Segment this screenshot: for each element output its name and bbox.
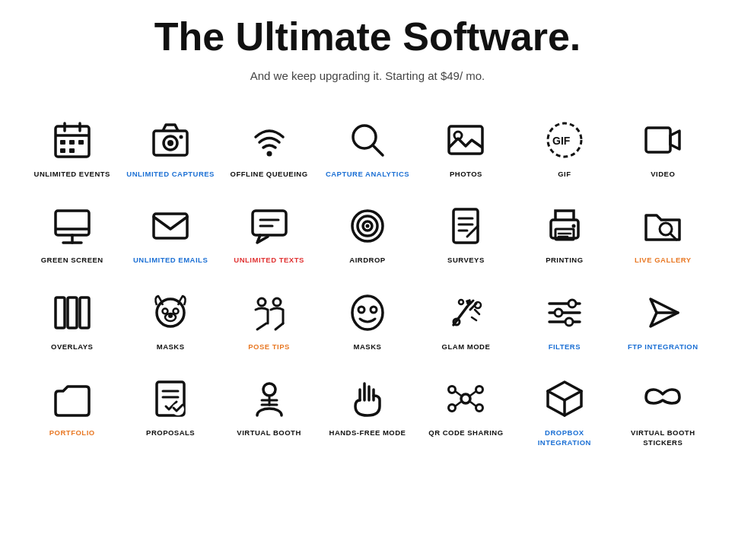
feature-offline-queueing: OFFLINE QUEUEING [220, 105, 318, 191]
feature-airdrop: AIRDROP [318, 191, 416, 277]
email-icon [149, 205, 192, 247]
header-section: The Ultimate Software. And we keep upgra… [23, 15, 712, 82]
feature-label: MASKS [157, 342, 185, 352]
feature-label: VIRTUAL BOOTH [237, 428, 301, 438]
hand-icon [346, 377, 389, 420]
svg-point-66 [568, 300, 576, 307]
feature-label: PHOTOS [450, 169, 482, 179]
feature-label: UNLIMITED EMAILS [133, 255, 208, 265]
search-icon [346, 119, 389, 161]
feature-label: UNLIMITED EVENTS [34, 169, 110, 179]
glam-icon [444, 291, 487, 334]
svg-point-49 [173, 308, 179, 313]
svg-point-62 [459, 300, 463, 304]
feature-label: PORTFOLIO [49, 428, 95, 438]
wifi-icon [248, 119, 291, 161]
calendar-icon [51, 119, 94, 161]
mustache-icon [641, 377, 684, 420]
feature-label: GREEN SCREEN [41, 255, 103, 265]
feature-label: GLAM MODE [442, 342, 491, 352]
video-icon [641, 119, 684, 161]
svg-point-81 [476, 387, 483, 393]
feature-label: GIF [558, 169, 571, 179]
feature-label: CAPTURE ANALYTICS [326, 169, 409, 179]
svg-point-41 [571, 224, 575, 228]
svg-point-56 [352, 296, 383, 329]
svg-line-86 [455, 402, 461, 406]
portfolio-icon [51, 377, 94, 420]
svg-point-12 [180, 135, 183, 139]
svg-point-52 [258, 298, 266, 306]
svg-point-82 [449, 405, 456, 412]
svg-point-61 [475, 302, 481, 308]
feature-masks-face: MASKS [318, 278, 416, 364]
feature-portfolio: PORTFOLIO [23, 364, 121, 460]
svg-rect-20 [646, 128, 670, 152]
feature-overlays: OVERLAYS [23, 278, 121, 364]
page-wrapper: The Ultimate Software. And we keep upgra… [0, 0, 735, 483]
svg-point-53 [273, 298, 281, 306]
feature-label: UNLIMITED TEXTS [234, 255, 304, 265]
feature-unlimited-captures: UNLIMITED CAPTURES [121, 105, 219, 191]
camera-icon [149, 119, 192, 161]
feature-masks-dog: MASKS [121, 278, 219, 364]
feature-label: PROPOSALS [146, 428, 195, 438]
feature-unlimited-emails: UNLIMITED EMAILS [121, 191, 219, 277]
features-grid: UNLIMITED EVENTS UNLIMITED CAPTURES [23, 105, 712, 460]
feature-label: POSE TIPS [248, 342, 290, 352]
svg-rect-26 [253, 211, 286, 235]
svg-rect-21 [56, 211, 89, 235]
feature-label: OFFLINE QUEUEING [231, 169, 308, 179]
feature-gif: GIF GIF [515, 105, 613, 191]
feature-printing: PRINTING [515, 191, 613, 277]
feature-label: AIRDROP [349, 255, 385, 265]
svg-line-84 [455, 391, 461, 396]
feature-label: QR CODE SHARING [428, 428, 503, 438]
svg-line-85 [470, 391, 476, 396]
svg-point-67 [555, 309, 562, 317]
svg-point-79 [461, 394, 470, 403]
feature-green-screen: GREEN SCREEN [23, 191, 121, 277]
feature-label: DROPBOX INTEGRATION [520, 428, 609, 448]
feature-glam-mode: GLAM MODE [417, 278, 515, 364]
svg-rect-45 [68, 298, 77, 328]
gif-icon: GIF [543, 119, 586, 161]
feature-pose-tips: POSE TIPS [220, 278, 318, 364]
feature-label: VIRTUAL BOOTH STICKERS [619, 428, 708, 448]
survey-icon [444, 205, 487, 247]
feature-capture-analytics: CAPTURE ANALYTICS [318, 105, 416, 191]
feature-live-gallery: LIVE GALLERY [614, 191, 712, 277]
feature-virtual-booth: VIRTUAL BOOTH [220, 364, 318, 460]
svg-line-55 [275, 323, 283, 329]
feature-label: VIDEO [651, 169, 675, 179]
svg-point-58 [371, 307, 377, 313]
feature-label: HANDS-FREE MODE [329, 428, 406, 438]
feature-label: SURVEYS [447, 255, 485, 265]
svg-rect-7 [60, 148, 65, 153]
feature-proposals: PROPOSALS [121, 364, 219, 460]
feature-unlimited-events: UNLIMITED EVENTS [23, 105, 121, 191]
svg-rect-5 [69, 140, 75, 145]
feature-surveys: SURVEYS [417, 191, 515, 277]
feature-hands-free-mode: HANDS-FREE MODE [318, 364, 416, 460]
print-icon [543, 205, 586, 247]
svg-rect-44 [56, 298, 65, 328]
svg-point-11 [167, 140, 173, 146]
monitor-icon [51, 205, 94, 247]
svg-line-87 [470, 402, 476, 406]
feature-unlimited-texts: UNLIMITED TEXTS [220, 191, 318, 277]
subtitle: And we keep upgrading it. Starting at $4… [23, 69, 712, 82]
svg-rect-6 [78, 140, 84, 145]
feature-filters: FILTERS [515, 278, 613, 364]
filters-icon [543, 291, 586, 334]
svg-point-32 [365, 224, 369, 228]
feature-video: VIDEO [614, 105, 712, 191]
feature-photos: PHOTOS [417, 105, 515, 191]
feature-label: FTP INTEGRATION [628, 342, 698, 352]
feature-ftp-integration: FTP INTEGRATION [614, 278, 712, 364]
svg-point-80 [449, 387, 456, 393]
svg-text:GIF: GIF [552, 135, 571, 147]
folder-search-icon [641, 205, 684, 247]
feature-qr-code-sharing: QR CODE SHARING [417, 364, 515, 460]
dog-mask-icon [149, 291, 192, 334]
